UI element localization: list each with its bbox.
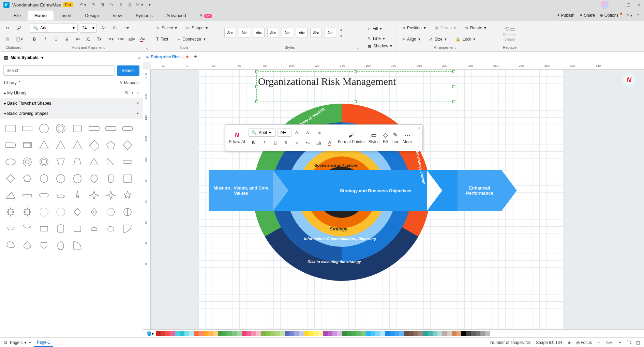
my-library-label[interactable]: My Library [7,91,26,95]
ai-assistant-button[interactable]: N [621,72,637,88]
publish-button[interactable]: ✈ Publish [557,13,574,18]
fill-tool[interactable]: ◇ Fill ▾ [364,25,385,32]
ft-underline-icon[interactable]: U [270,138,280,147]
shape-56[interactable] [3,238,17,252]
ft-format-painter-icon[interactable]: 🖌 [348,132,355,139]
style-down-icon[interactable]: ▾ [340,34,342,39]
style-5[interactable]: Abc [282,28,293,38]
shape-4[interactable] [70,121,84,135]
ft-bullets-icon[interactable]: •≡ [303,138,313,147]
color-swatch[interactable] [404,331,409,336]
shape-22[interactable] [104,155,118,169]
color-swatch[interactable] [476,331,480,336]
ft-expand-icon[interactable]: ↗ [417,126,420,131]
close-icon[interactable]: ✕ [637,2,641,7]
styles-expand-icon[interactable]: ⤡ [357,47,360,51]
color-swatch[interactable] [433,331,437,336]
color-swatch[interactable] [189,331,194,336]
menu-home[interactable]: Home [28,11,54,20]
shape-32[interactable] [3,188,17,202]
shape-53[interactable] [87,222,101,236]
shape-51[interactable] [54,222,68,236]
font-select[interactable]: 🔍 Arial▾ [30,23,78,33]
color-swatch[interactable] [242,331,246,336]
ft-italic-icon[interactable]: I [259,138,269,147]
color-swatch[interactable] [313,331,318,336]
canvas[interactable]: Organizational Risk Management Mission ,… [151,70,644,337]
shape-24[interactable] [3,171,17,185]
undo-icon[interactable]: ↶ ▾ [80,2,86,7]
shape-41[interactable] [20,205,34,219]
highlight-icon[interactable]: ab▾ [128,35,136,44]
color-swatch[interactable] [390,331,394,336]
shape-30[interactable] [104,171,118,185]
shape-44[interactable] [70,205,84,219]
font-size-select[interactable]: 24▾ [80,23,97,33]
ft-line-icon[interactable]: ✎ [393,131,398,139]
shape-33[interactable] [20,188,34,202]
replace-shape-icon[interactable]: ⟲▭ [497,25,522,33]
color-swatch[interactable] [204,331,208,336]
shape-15[interactable] [120,138,134,152]
style-3[interactable]: Abc [253,28,265,38]
help-icon[interactable]: ? ▾ [627,13,632,18]
shape-23[interactable] [120,155,134,169]
color-swatch[interactable] [184,331,189,336]
ft-align-icon[interactable]: ≡ [315,128,324,137]
ft-highlight-icon[interactable]: ab [314,138,324,147]
color-swatch[interactable] [285,331,289,336]
shape-39[interactable] [120,188,134,202]
shape-25[interactable] [20,171,34,185]
ft-inc-font-icon[interactable]: A↑ [293,128,302,137]
color-swatch[interactable] [466,331,471,336]
shape-37[interactable] [87,188,101,202]
menu-view[interactable]: View [106,11,129,20]
shape-20[interactable] [70,155,84,169]
ft-numlist-icon[interactable]: ≡ [292,138,302,147]
rotate-tool[interactable]: ⟲ Rotate▾ [461,24,490,32]
color-swatch[interactable] [194,331,199,336]
shape-14[interactable] [104,138,118,152]
replace-shape-label[interactable]: Replace Shape [497,33,522,42]
format-painter-icon[interactable]: 🖌 [14,24,24,32]
shape-35[interactable] [54,188,68,202]
shape-47[interactable] [120,205,134,219]
shape-5[interactable] [87,121,101,135]
shape-40[interactable] [3,205,17,219]
style-4[interactable]: Abc [267,28,279,38]
search-input[interactable] [3,65,115,76]
lib-close-icon[interactable]: × [136,91,139,95]
zoom-level[interactable]: 75% [605,340,613,345]
basic-flowchart-label[interactable]: Basic Flowchart Shapes [7,101,51,106]
color-swatch[interactable] [361,331,366,336]
shape-31[interactable] [120,171,134,185]
page-tab[interactable]: Page-1 [34,338,53,347]
color-swatch[interactable] [375,331,380,336]
shape-26[interactable] [37,171,51,185]
shape-27[interactable] [54,171,68,185]
maximize-icon[interactable]: ▢ [627,2,630,7]
color-swatch[interactable] [289,331,294,336]
underline-icon[interactable]: U [51,35,60,44]
color-swatch[interactable] [275,331,280,336]
color-swatch[interactable] [437,331,442,336]
position-tool[interactable]: ⇥ Position▾ [398,24,429,32]
color-swatch[interactable] [442,331,447,336]
color-swatch[interactable] [309,331,313,336]
shape-45[interactable] [87,205,101,219]
shape-50[interactable] [37,222,51,236]
color-swatch[interactable] [304,331,309,336]
style-8[interactable]: Abc [325,28,336,38]
user-avatar[interactable] [601,1,609,9]
minimize-icon[interactable]: — [616,2,620,7]
shape-58[interactable] [37,238,51,252]
ft-add-icon[interactable]: + [418,145,420,149]
new-icon[interactable]: ⊞ [101,2,104,7]
color-swatch[interactable] [199,331,204,336]
color-swatch[interactable] [456,331,461,336]
shape-7[interactable] [120,121,134,135]
diagram-title[interactable]: Organizational Risk Management [258,76,396,87]
redo-icon[interactable]: ↷ [92,2,95,7]
shape-38[interactable] [104,188,118,202]
shape-49[interactable] [20,222,34,236]
